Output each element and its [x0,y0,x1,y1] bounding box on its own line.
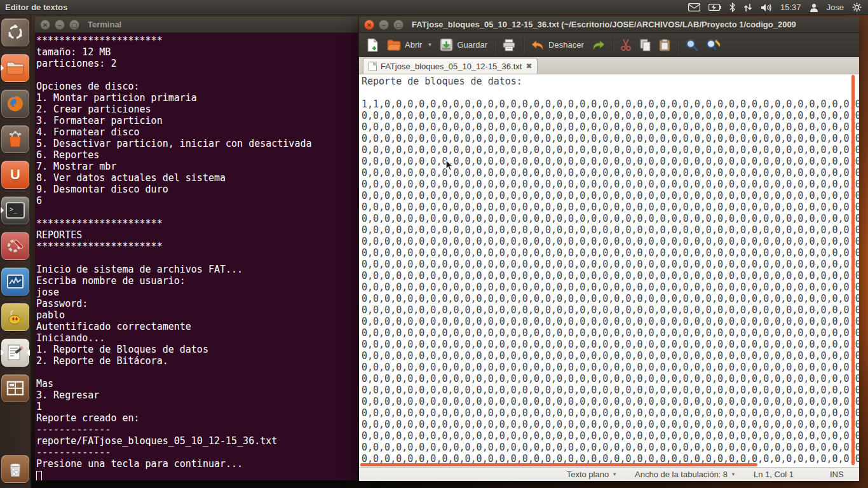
terminal-line: 3. Regresar [36,390,358,401]
undo-icon [531,39,545,51]
launcher-lamp[interactable] [1,303,29,331]
session-gear-icon[interactable] [852,3,862,12]
editor-line: 0,0,0,0,0,0,0,0,0,0,0,0,0,0,0,0,0,0,0,0,… [362,201,859,213]
launcher-tools[interactable] [1,232,29,260]
tab-width-dropdown[interactable]: Ancho de la tabulación: 8 ▼ [626,470,745,479]
bluetooth-icon[interactable] [729,3,735,12]
terminal-cursor-line [36,470,358,480]
terminal-line: Reporte creado en: [36,412,358,424]
editor-line: 0,0,0,0,0,0,0,0,0,0,0,0,0,0,0,0,0,0,0,0,… [362,247,859,259]
maximize-button[interactable]: ▢ [69,20,79,30]
minimize-button[interactable]: – [379,20,389,30]
network-arrows-icon[interactable] [743,3,752,12]
terminal-line: pablo [36,309,358,321]
copy-button[interactable] [635,36,655,54]
launcher-system-monitor[interactable] [1,268,29,295]
terminal-line: ********************** [36,35,358,46]
tab-close-icon[interactable]: ✖ [526,62,532,71]
terminal-line: 6. Reportes [36,149,358,161]
terminal-line: ********************** [36,241,358,252]
terminal-line: ********************** [36,218,358,229]
terminal-line: particiones: 2 [36,58,358,69]
editor-line [362,87,859,98]
launcher-text-editor[interactable] [1,339,29,367]
focused-indicator [27,349,30,356]
running-indicator [1,65,4,71]
close-button[interactable]: ✕ [40,20,50,30]
session-username[interactable]: Jose [827,3,844,12]
launcher-software-center[interactable] [1,125,29,153]
editor-line: 0,0,0,0,0,0,0,0,0,0,0,0,0,0,0,0,0,0,0,0,… [362,316,859,327]
terminal-line: 1. Reporte de Bloques de datos [36,344,358,355]
gedit-toolbar: Abrir ▼ Guardar Deshacer [359,33,859,57]
terminal-line: ------------- [36,424,358,435]
undo-button[interactable]: Deshacer [527,37,588,53]
editor-line: 0,0,0,0,0,0,0,0,0,0,0,0,0,0,0,0,0,0,0,0,… [362,384,859,396]
terminal-title: Terminal [88,20,121,29]
copy-icon [639,39,651,51]
terminal-output[interactable]: **********************tamaño: 12 MBparti… [35,33,358,480]
terminal-line: 6 [36,195,358,207]
unity-launcher: U >_ [0,15,31,488]
running-indicator [1,207,4,214]
maximize-button[interactable]: ▢ [393,20,403,30]
redo-icon [592,39,606,51]
volume-icon[interactable] [761,3,772,12]
editor-line: 0,0,0,0,0,0,0,0,0,0,0,0,0,0,0,0,0,0,0,0,… [362,133,859,144]
launcher-terminal[interactable]: >_ [1,196,29,224]
top-panel: Editor de textos 15:37 Jose [0,0,868,15]
gedit-tabbar: FATjose_bloques_05_10_12-15_36.txt ✖ [359,57,859,74]
editor-line: 0,0,0,0,0,0,0,0,0,0,0,0,0,0,0,0,0,0,0,0,… [362,419,859,430]
editor-line: 0,0,0,0,0,0,0,0,0,0,0,0,0,0,0,0,0,0,0,0,… [362,281,859,293]
minimize-button[interactable]: – [55,20,65,30]
replace-button[interactable] [702,36,724,54]
print-button[interactable] [498,36,520,54]
editor-line: 0,0,0,0,0,0,0,0,0,0,0,0,0,0,0,0,0,0,0,0,… [362,121,859,133]
editor-text-area[interactable]: Reporte de bloques de datos: 1,1,0,0,0,0… [359,74,859,467]
open-button-label: Abrir [405,40,422,50]
paste-button[interactable] [655,36,674,54]
open-button[interactable]: Abrir ▼ [383,37,436,53]
svg-text:>_: >_ [10,206,18,214]
launcher-ubuntu-one[interactable]: U [1,161,29,189]
clock[interactable]: 15:37 [780,3,801,12]
editor-line: 0,0,0,0,0,0,0,0,0,0,0,0,0,0,0,0,0,0,0,0,… [362,213,859,224]
save-button[interactable]: Guardar [436,36,491,54]
terminal-line: Inicio de sistema de archivos FAT... [36,264,358,275]
gedit-window: ✕ – ▢ FATjose_bloques_05_10_12-15_36.txt… [359,17,859,481]
editor-line: 1,1,0,0,0,0,0,0,0,0,0,0,0,0,0,0,0,0,0,0,… [362,98,859,110]
battery-icon[interactable] [709,4,721,11]
print-icon [502,39,516,51]
editor-line: 0,0,0,0,0,0,0,0,0,0,0,0,0,0,0,0,0,0,0,0,… [362,144,859,156]
ubuntu-one-letter: U [10,166,20,183]
redo-button[interactable] [588,37,609,53]
terminal-line: 5. Desactivar particion, iniciar con des… [36,138,358,149]
file-type-dropdown[interactable]: Texto plano ▼ [558,470,626,479]
launcher-files[interactable] [1,54,29,82]
launcher-trash[interactable] [1,455,29,483]
terminal-line: 4. Formatear disco [36,126,358,138]
vertical-scrollbar[interactable] [851,75,855,465]
terminal-line [36,367,358,378]
editor-line: 0,0,0,0,0,0,0,0,0,0,0,0,0,0,0,0,0,0,0,0,… [362,430,859,442]
close-button[interactable]: ✕ [364,20,374,30]
horizontal-scrollbar[interactable] [360,463,757,466]
toolbar-separator [677,37,678,53]
gedit-statusbar: Texto plano ▼ Ancho de la tabulación: 8 … [359,467,859,481]
mail-icon[interactable] [688,3,700,11]
user-icon[interactable] [810,3,818,12]
terminal-line [36,252,358,264]
editor-line: 0,0,0,0,0,0,0,0,0,0,0,0,0,0,0,0,0,0,0,0,… [362,293,859,304]
cut-scissors-icon [620,39,632,51]
search-button[interactable] [681,36,702,54]
cut-button[interactable] [616,36,635,54]
launcher-firefox[interactable] [1,90,29,118]
terminal-titlebar[interactable]: ✕ – ▢ Terminal [35,17,358,33]
tab-document[interactable]: FATjose_bloques_05_10_12-15_36.txt ✖ [363,58,538,74]
launcher-workspace-switcher[interactable] [1,374,29,402]
new-document-button[interactable] [363,36,383,55]
terminal-line: 7. Mostrar mbr [36,161,358,172]
editor-line: 0,0,0,0,0,0,0,0,0,0,0,0,0,0,0,0,0,0,0,0,… [362,179,859,190]
gedit-titlebar[interactable]: ✕ – ▢ FATjose_bloques_05_10_12-15_36.txt… [359,17,859,33]
launcher-dash-home[interactable] [1,18,29,46]
